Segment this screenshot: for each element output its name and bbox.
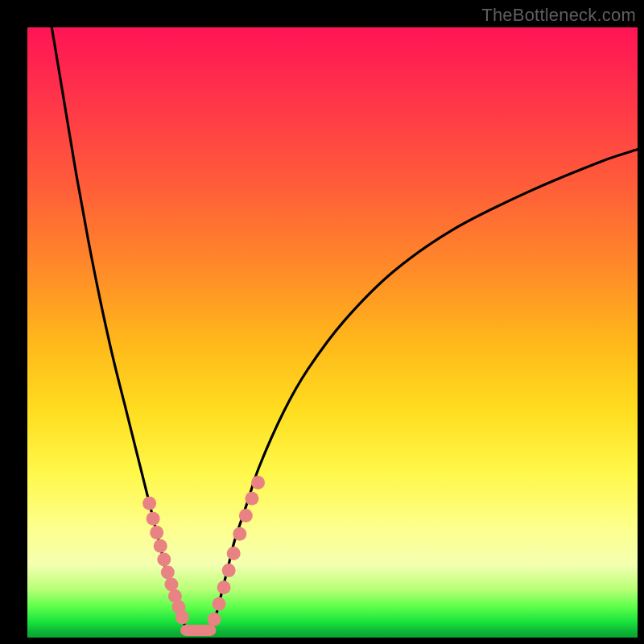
data-dot — [207, 613, 221, 626]
data-dot — [245, 492, 258, 506]
data-dot — [251, 476, 265, 489]
data-dot — [147, 512, 160, 526]
curve-left — [52, 27, 186, 629]
watermark-text: TheBottleneck.com — [481, 5, 636, 26]
data-dot — [222, 564, 236, 577]
data-dot — [164, 578, 178, 592]
data-dot — [157, 552, 171, 566]
data-dot — [217, 580, 231, 594]
chart-frame: TheBottleneck.com — [0, 0, 644, 644]
data-dot — [233, 527, 246, 541]
data-dot — [150, 526, 163, 539]
data-dot — [175, 610, 189, 624]
data-dot — [154, 539, 167, 553]
data-dot — [142, 497, 156, 510]
scatter-dots — [142, 476, 265, 626]
chart-svg — [27, 27, 638, 638]
curve-right — [210, 150, 638, 629]
data-dot — [161, 565, 175, 579]
data-dot — [213, 597, 226, 611]
chart-plot-area — [27, 27, 638, 638]
data-dot — [239, 509, 253, 522]
data-dot — [227, 547, 241, 560]
